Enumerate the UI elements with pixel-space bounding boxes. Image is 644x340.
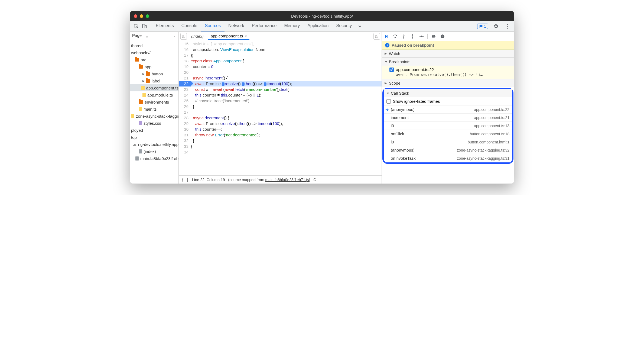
watch-section: ▶Watch bbox=[382, 50, 514, 58]
navigator-menu-icon[interactable]: ⋮ bbox=[172, 34, 176, 39]
stack-frame[interactable]: incrementapp.component.ts:21 bbox=[384, 114, 512, 122]
svg-point-6 bbox=[395, 37, 396, 38]
step-out-icon[interactable] bbox=[410, 34, 415, 39]
callstack-header[interactable]: ▼Call Stack bbox=[384, 89, 512, 97]
scope-header[interactable]: ▶Scope bbox=[382, 79, 514, 87]
more-nav-tabs-icon[interactable]: » bbox=[146, 34, 148, 39]
source-map-link[interactable]: main.fa8bfa0e23f1eb71.js bbox=[265, 178, 309, 182]
main-toolbar: ElementsConsoleSourcesNetworkPerformance… bbox=[130, 21, 514, 32]
navigator-panel: Page » ⋮ thoredwebpack://srcapp▶button▶l… bbox=[130, 32, 179, 184]
tree-item[interactable]: ▶button bbox=[130, 70, 178, 77]
breakpoint-checkbox[interactable] bbox=[389, 68, 394, 72]
paused-banner: i Paused on breakpoint bbox=[382, 41, 514, 50]
panel-tab-sources[interactable]: Sources bbox=[201, 21, 225, 31]
code-editor[interactable]: 15 styleUrls: [ ./app.component.css ],16… bbox=[179, 41, 382, 175]
tree-item[interactable]: main.fa8bfa0e23f1eb bbox=[130, 155, 178, 162]
editor-statusbar: { } Line 22, Column 19 (source mapped fr… bbox=[179, 175, 382, 184]
issues-count: 1 bbox=[484, 24, 486, 28]
minimize-window-button[interactable] bbox=[140, 14, 143, 18]
editor-panel: (index) app.component.ts × 15 styleUrls:… bbox=[179, 32, 382, 184]
titlebar: DevTools - ng-devtools.netlify.app/ bbox=[130, 11, 514, 21]
tree-item[interactable]: ☁ng-devtools.netlify.app bbox=[130, 141, 178, 148]
stack-frame[interactable]: ➔(anonymous)app.component.ts:22 bbox=[384, 105, 512, 114]
stack-frame[interactable]: i0button.component.html:1 bbox=[384, 138, 512, 146]
panel-tab-elements[interactable]: Elements bbox=[152, 21, 178, 31]
breakpoints-header[interactable]: ▼Breakpoints bbox=[382, 58, 514, 66]
tree-item[interactable]: thored bbox=[130, 42, 178, 49]
panel-tab-performance[interactable]: Performance bbox=[248, 21, 281, 31]
tree-item[interactable]: app bbox=[130, 63, 178, 70]
settings-gear-icon[interactable] bbox=[492, 22, 500, 30]
svg-rect-5 bbox=[388, 35, 388, 38]
pause-on-exceptions-icon[interactable] bbox=[440, 34, 445, 39]
callstack-highlight: ▼Call Stack Show ignore-listed frames ➔(… bbox=[382, 88, 513, 164]
show-ignored-checkbox[interactable] bbox=[386, 99, 391, 104]
breakpoint-label: app.component.ts:22 bbox=[396, 67, 434, 72]
breakpoints-section: ▼Breakpoints app.component.ts:22 await P… bbox=[382, 58, 514, 79]
debugger-controls bbox=[382, 32, 514, 41]
stack-frame[interactable]: i0app.component.ts:13 bbox=[384, 122, 512, 130]
tree-item[interactable]: app.component.ts bbox=[130, 84, 178, 91]
breakpoint-code: await Promise.resolve().then(() => ti… bbox=[389, 72, 511, 77]
panel-tab-security[interactable]: Security bbox=[332, 21, 356, 31]
editor-tabs: (index) app.component.ts × bbox=[179, 32, 382, 41]
svg-point-9 bbox=[422, 36, 423, 37]
tree-item[interactable]: ▶label bbox=[130, 77, 178, 84]
watch-header[interactable]: ▶Watch bbox=[382, 50, 514, 57]
show-ignored-option[interactable]: Show ignore-listed frames bbox=[384, 97, 512, 105]
tree-item[interactable]: webpack:// bbox=[130, 49, 178, 56]
divider bbox=[427, 34, 428, 39]
tree-item[interactable]: main.ts bbox=[130, 105, 178, 113]
deactivate-breakpoints-icon[interactable] bbox=[431, 34, 436, 39]
close-window-button[interactable] bbox=[134, 14, 137, 18]
panel-tab-memory[interactable]: Memory bbox=[280, 21, 304, 31]
resume-icon[interactable] bbox=[384, 34, 389, 39]
step-into-icon[interactable] bbox=[401, 34, 406, 39]
breakpoint-item[interactable]: app.component.ts:22 await Promise.resolv… bbox=[382, 66, 514, 79]
tree-item[interactable]: styles.css bbox=[130, 120, 178, 127]
tree-item[interactable]: app.module.ts bbox=[130, 91, 178, 98]
svg-rect-11 bbox=[442, 36, 443, 37]
stack-frame[interactable]: onClickbutton.component.ts:18 bbox=[384, 130, 512, 138]
close-tab-icon[interactable]: × bbox=[245, 34, 247, 38]
tree-item[interactable]: environments bbox=[130, 98, 178, 105]
svg-rect-12 bbox=[443, 36, 443, 37]
tree-item[interactable]: ployed bbox=[130, 127, 178, 134]
devtools-window: DevTools - ng-devtools.netlify.app/ Elem… bbox=[130, 11, 514, 184]
kebab-menu-icon[interactable] bbox=[504, 22, 512, 30]
navigate-forward-icon[interactable] bbox=[373, 33, 380, 40]
device-toggle-icon[interactable] bbox=[140, 22, 148, 30]
page-tab[interactable]: Page bbox=[132, 33, 142, 39]
panel-tab-console[interactable]: Console bbox=[178, 21, 201, 31]
coverage-short: C bbox=[313, 178, 316, 182]
cursor-position: Line 22, Column 19 bbox=[192, 178, 225, 182]
pretty-print-icon[interactable]: { } bbox=[181, 177, 189, 182]
source-map-info: (source mapped from main.fa8bfa0e23f1eb7… bbox=[228, 178, 310, 182]
tree-item[interactable]: top bbox=[130, 134, 178, 141]
svg-point-7 bbox=[404, 37, 404, 38]
panel-tab-network[interactable]: Network bbox=[225, 21, 248, 31]
issues-badge[interactable]: 1 bbox=[477, 24, 488, 29]
more-tabs-icon[interactable]: » bbox=[356, 22, 364, 30]
editor-tab-active[interactable]: app.component.ts × bbox=[208, 33, 249, 40]
svg-point-8 bbox=[412, 37, 413, 38]
zoom-window-button[interactable] bbox=[146, 14, 149, 18]
tree-item[interactable]: src bbox=[130, 56, 178, 63]
tree-item[interactable]: zone-async-stack-tagging bbox=[130, 113, 178, 120]
navigate-back-icon[interactable] bbox=[180, 33, 187, 40]
inspect-element-icon[interactable] bbox=[132, 22, 140, 30]
svg-point-10 bbox=[441, 34, 444, 38]
info-icon: i bbox=[385, 43, 389, 47]
panel-tab-application[interactable]: Application bbox=[304, 21, 332, 31]
scope-section: ▶Scope bbox=[382, 79, 514, 87]
step-icon[interactable] bbox=[419, 34, 424, 39]
divider bbox=[150, 23, 150, 30]
stack-frame[interactable]: (anonymous)zone-async-stack-tagging.ts:3… bbox=[384, 146, 512, 154]
editor-tab-index[interactable]: (index) bbox=[188, 33, 206, 40]
svg-rect-3 bbox=[182, 35, 185, 38]
stack-frame[interactable]: onInvokeTaskzone-async-stack-tagging.ts:… bbox=[384, 154, 512, 162]
tree-item[interactable]: (index) bbox=[130, 148, 178, 155]
step-over-icon[interactable] bbox=[393, 34, 398, 39]
callstack-frames: ➔(anonymous)app.component.ts:22increment… bbox=[384, 105, 512, 162]
navigator-tabs: Page » ⋮ bbox=[130, 32, 178, 41]
